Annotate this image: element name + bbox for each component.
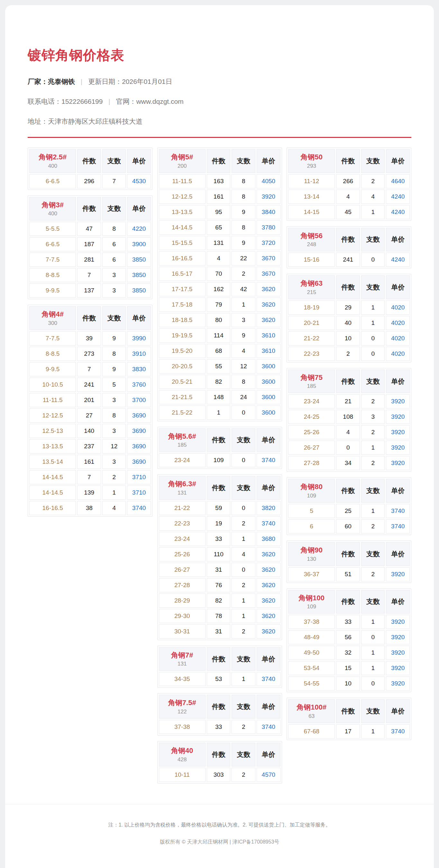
pieces-cell: 25 <box>336 504 360 518</box>
manufacturer-label: 厂家：兆泰钢铁 <box>28 78 75 85</box>
pieces-cell: 80 <box>207 313 231 327</box>
table-row: 22-231923740 <box>159 517 281 531</box>
price-cell: 4240 <box>386 253 410 267</box>
bundles-cell: 9 <box>102 362 126 376</box>
table-head: 角钢2.5#400件数支数单价 <box>29 149 151 173</box>
spec-cell: 12-12.5 <box>29 408 76 423</box>
column-header: 单价 <box>386 149 410 173</box>
column-header: 支数 <box>102 149 126 173</box>
table-title-cell: 角钢80109 <box>288 479 335 503</box>
column-header: 单价 <box>257 149 281 173</box>
price-cell: 3840 <box>257 205 281 219</box>
bundles-cell: 1 <box>361 441 385 455</box>
spec-cell: 19.5-20 <box>159 344 206 358</box>
bundles-cell: 2 <box>232 517 255 531</box>
table-row: 20.5-218283600 <box>159 375 281 389</box>
bundles-cell: 8 <box>232 375 255 389</box>
pieces-cell: 303 <box>207 768 231 782</box>
spec-cell: 67-68 <box>288 724 335 739</box>
price-table: 角钢6.3#131件数支数单价21-22590382022-2319237402… <box>157 474 282 640</box>
spec-cell: 13-13.5 <box>29 439 76 454</box>
pieces-cell: 40 <box>336 316 360 330</box>
table-head: 角钢4#300件数支数单价 <box>29 306 151 330</box>
pieces-cell: 148 <box>207 390 231 404</box>
column-header: 支数 <box>232 695 255 719</box>
table-stock: 428 <box>160 756 204 763</box>
spec-cell: 20.5-21 <box>159 375 206 389</box>
spec-cell: 12-12.5 <box>159 190 206 204</box>
pieces-cell: 51 <box>336 567 360 581</box>
spec-cell: 5 <box>288 504 335 518</box>
spec-cell: 13.5-14 <box>29 455 76 469</box>
table-row: 6-6.529674530 <box>29 174 151 188</box>
bundles-cell: 2 <box>232 578 255 592</box>
table-header-row: 角钢6.3#131件数支数单价 <box>159 476 281 500</box>
table-head: 角钢5.6#185件数支数单价 <box>159 428 281 452</box>
table-stock: 109 <box>290 603 333 610</box>
pieces-cell: 140 <box>77 424 101 438</box>
table-body: 10-1130324570 <box>159 768 281 782</box>
table-head: 角钢50293件数支数单价 <box>288 149 410 173</box>
spec-cell: 30-31 <box>159 624 206 639</box>
table-name: 角钢80 <box>290 483 333 492</box>
table-row: 13.5-1416133690 <box>29 455 151 469</box>
address-line: 地址：天津市静海区大邱庄镇科技大道 <box>28 117 411 126</box>
table-row: 37-383313920 <box>288 615 410 629</box>
table-row: 21.5-22103600 <box>159 406 281 420</box>
column-header: 件数 <box>77 149 101 173</box>
pieces-cell: 109 <box>207 453 231 467</box>
spec-cell: 20-20.5 <box>159 359 206 373</box>
price-table: 角钢90130件数支数单价36-375123920 <box>287 540 411 583</box>
spec-cell: 37-38 <box>159 720 206 734</box>
pieces-cell: 33 <box>207 532 231 546</box>
price-cell: 3920 <box>386 677 410 691</box>
column-header: 单价 <box>127 149 151 173</box>
table-name: 角钢5.6# <box>160 432 204 441</box>
table-name: 角钢6.3# <box>160 479 204 489</box>
bundles-cell: 2 <box>232 267 255 281</box>
price-cell: 3690 <box>127 408 151 423</box>
red-divider <box>28 137 411 138</box>
price-cell: 3920 <box>386 630 410 644</box>
pieces-cell: 82 <box>207 375 231 389</box>
table-name: 角钢2.5# <box>31 153 74 162</box>
price-table: 角钢50293件数支数单价11-122662464013-1444424014-… <box>287 148 411 221</box>
table-row: 7-7.53993990 <box>29 331 151 345</box>
spec-cell: 14-14.5 <box>29 486 76 500</box>
bundles-cell: 1 <box>361 724 385 739</box>
column-header: 支数 <box>361 370 385 393</box>
phone-line: 联系电话：15222666199 | 官网：www.dqzgt.com <box>28 97 411 106</box>
spec-cell: 29-30 <box>159 609 206 623</box>
price-cell: 3920 <box>386 615 410 629</box>
table-body: 37-383323740 <box>159 720 281 734</box>
table-stock: 131 <box>160 661 204 667</box>
table-header-row: 角钢5#200件数支数单价 <box>159 149 281 173</box>
table-title-cell: 角钢3#400 <box>29 197 76 221</box>
price-cell: 3740 <box>127 501 151 515</box>
price-cell: 3920 <box>386 456 410 470</box>
page-card: 镀锌角钢价格表 厂家：兆泰钢铁 | 更新日期：2026年01月01日 联系电话：… <box>5 5 434 868</box>
price-cell: 3620 <box>257 624 281 639</box>
spec-cell: 27-28 <box>159 578 206 592</box>
table-title-cell: 角钢2.5#400 <box>29 149 76 173</box>
pieces-cell: 1 <box>207 406 231 420</box>
pieces-cell: 241 <box>336 253 360 267</box>
price-cell: 4240 <box>386 190 410 204</box>
bundles-cell: 3 <box>102 455 126 469</box>
table-head: 角钢90130件数支数单价 <box>288 542 410 566</box>
table-header-row: 角钢100109件数支数单价 <box>288 590 410 614</box>
spec-cell: 6-6.5 <box>29 174 76 188</box>
price-cell: 3920 <box>386 646 410 660</box>
table-header-row: 角钢40428件数支数单价 <box>159 743 281 767</box>
pieces-cell: 82 <box>207 594 231 608</box>
table-title-cell: 角钢4#300 <box>29 306 76 330</box>
table-body: 21-22590382022-23192374023-24331368025-2… <box>159 501 281 639</box>
bundles-cell: 9 <box>232 205 255 219</box>
table-body: 5-5.547842206-6.5187639007-7.5281638508-… <box>29 222 151 298</box>
footer-divider <box>5 804 434 804</box>
price-cell: 3900 <box>127 237 151 251</box>
table-row: 26-27013920 <box>288 441 410 455</box>
table-row: 12.5-1314033690 <box>29 424 151 438</box>
price-cell: 3600 <box>257 390 281 404</box>
pieces-cell: 281 <box>77 253 101 267</box>
